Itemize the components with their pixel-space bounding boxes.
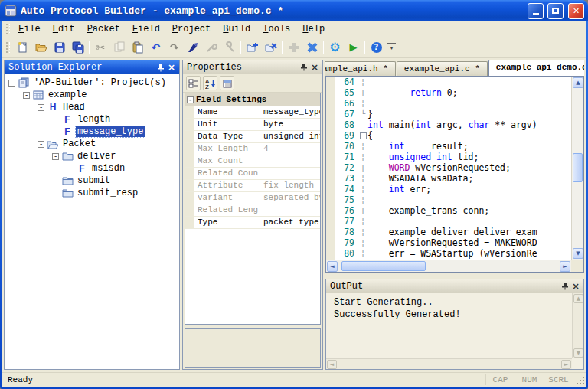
tree-item-submit[interactable]: submit [5,175,179,187]
toolbar-gripper[interactable] [6,42,10,53]
output-horizontal-scrollbar[interactable]: ◄ ► [326,358,572,369]
property-row[interactable]: Max Count [185,155,320,168]
code-line[interactable]: 75¦ [326,194,571,205]
tree-item-message-type[interactable]: F message_type [5,126,179,138]
code-line[interactable]: 76¦ example_trans conn; [326,205,571,216]
menu-edit[interactable]: Edit [47,22,81,36]
code-line[interactable]: 69-{ [326,130,571,141]
scroll-right-icon[interactable]: ► [560,261,570,272]
code-line[interactable]: 65¦ return 0; [326,87,571,98]
code-line[interactable]: 73¦ WSADATA wsaData; [326,173,571,184]
title-bar[interactable]: Auto Protocol Builder - example_api_demo… [0,0,588,21]
collapse-icon[interactable]: - [52,153,59,160]
code-line[interactable]: 64¦ [326,77,571,87]
editor-vertical-scrollbar[interactable]: ▲ ▼ [571,77,583,260]
tree-item-project[interactable]: - 'AP-Builder': Project(s) [5,77,179,89]
run-button[interactable]: ▶ [345,38,362,56]
scroll-right-icon[interactable]: ► [561,360,571,369]
copy-button[interactable] [110,38,128,56]
tab-example-api-h[interactable]: ample_api.h * [325,61,396,76]
scroll-down-icon[interactable]: ▼ [573,248,583,259]
tree-item-length[interactable]: F length [5,113,179,126]
code-lines[interactable]: 64¦65¦ return 0;66¦67└}68int main(int ar… [326,77,571,260]
close-icon[interactable]: × [309,62,320,73]
minimize-button[interactable] [528,3,544,19]
menu-tools[interactable]: Tools [256,22,296,36]
scroll-left-icon[interactable]: ◄ [327,261,338,272]
code-line[interactable]: 77¦ [326,216,571,227]
new-packet-button[interactable] [243,38,261,56]
sort-az-icon[interactable]: AZ [203,76,217,90]
scroll-left-icon[interactable]: ◄ [327,360,337,369]
tab-example-api-demo-c[interactable]: example_api_demo.c * [488,60,584,76]
delete-item-button[interactable] [303,38,321,56]
scroll-up-icon[interactable]: ▲ [573,294,583,303]
scroll-up-icon[interactable]: ▲ [573,77,583,88]
property-row[interactable]: Related Coun [185,168,320,180]
property-row[interactable]: Namemessage_type [185,106,320,119]
tree-item-head[interactable]: - H Head [5,101,179,113]
save-button[interactable] [51,38,68,56]
pin-icon[interactable] [155,62,166,73]
tree-item-msisdn[interactable]: F msisdn [5,162,179,175]
cut-button[interactable]: ✂ [92,38,109,56]
redo-button[interactable]: ↷ [165,38,183,56]
menu-build[interactable]: Build [217,22,256,36]
new-file-button[interactable] [14,38,31,56]
save-all-button[interactable] [69,38,87,56]
code-line[interactable]: 68int main(int argc, char ** argv) [326,119,571,130]
menu-help[interactable]: Help [296,22,331,36]
tree-item-example[interactable]: - example [5,89,179,101]
tree-item-deliver[interactable]: - deliver [5,150,179,162]
fold-collapse-icon[interactable]: - [360,132,367,139]
category-row[interactable]: - Field Settings [185,93,320,106]
close-button[interactable]: ✕ [568,3,584,19]
maximize-button[interactable] [547,3,564,19]
property-row[interactable]: Attributefix length [185,180,320,192]
collapse-icon[interactable]: - [23,92,30,99]
generate-button[interactable]: ⚙ [326,38,344,56]
code-line[interactable]: 66¦ [326,98,571,109]
property-row[interactable]: Related Leng [185,204,320,217]
add-item-button[interactable] [285,38,302,56]
code-line[interactable]: 72¦ WORD wVersionRequested; [326,162,571,173]
output-header[interactable]: OutPut × [326,279,583,293]
property-row[interactable]: Unitbyte [185,119,320,131]
code-line[interactable]: 79¦ wVersionRequested = MAKEWORD [326,237,571,248]
resize-grip[interactable] [575,374,586,386]
collapse-icon[interactable]: - [38,141,44,148]
menu-project[interactable]: Project [166,22,217,36]
collapse-icon[interactable]: - [38,104,44,111]
field-dart-button[interactable] [184,38,201,56]
field-tool-2-button[interactable] [220,38,238,56]
scrollbar-thumb[interactable] [341,261,426,271]
code-line[interactable]: 78¦ example_deliver deliver exam [326,227,571,237]
pin-icon[interactable] [560,281,570,292]
solution-explorer-header[interactable]: Solution Explorer × [5,60,179,74]
code-line[interactable]: 74¦ int err; [326,184,571,194]
paste-button[interactable] [129,38,146,56]
menu-field[interactable]: Field [126,22,166,36]
toolbar-overflow-button[interactable]: ▾ [387,43,396,51]
open-button[interactable] [32,38,50,56]
tree-item-packet[interactable]: - Packet [5,138,179,150]
code-line[interactable]: 67└} [326,109,571,119]
collapse-icon[interactable]: - [187,96,194,103]
tree-item-submit-resp[interactable]: submit_resp [5,187,179,199]
code-line[interactable]: 71¦ unsigned int tid; [326,152,571,162]
scrollbar-thumb[interactable] [573,153,583,182]
pin-icon[interactable] [299,62,309,73]
output-vertical-scrollbar[interactable]: ▲ ▼ [572,293,583,358]
editor-horizontal-scrollbar[interactable]: ◄ ► [326,260,571,272]
tab-example-api-c[interactable]: example_api.c * [397,61,488,76]
property-row[interactable]: Max Length4 [185,143,320,155]
categorized-icon[interactable] [186,76,201,90]
menu-file[interactable]: File [12,22,47,36]
property-row[interactable]: Variantseparated by b [185,192,320,204]
delete-packet-button[interactable] [262,38,279,56]
menu-gripper[interactable] [6,24,10,34]
close-icon[interactable]: × [166,62,177,73]
property-pages-icon[interactable] [220,76,234,90]
help-button[interactable]: ? [368,38,385,56]
scroll-down-icon[interactable]: ▼ [573,348,583,358]
